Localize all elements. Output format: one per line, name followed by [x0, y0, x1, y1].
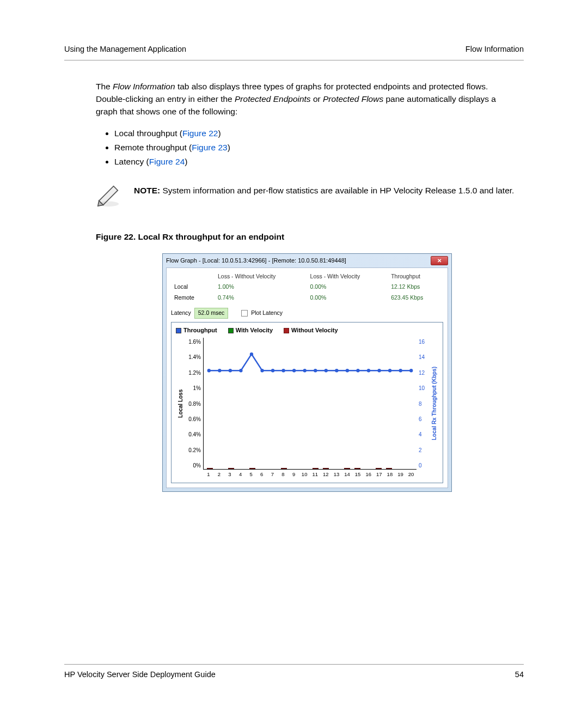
- chart-legend: Throughput With Velocity Without Velocit…: [176, 326, 438, 335]
- plot: Local Loss 1.6%1.4%1.2%1%0.8%0.6%0.4%0.2…: [176, 338, 438, 470]
- figure-caption: Figure 22. Local Rx throughput for an en…: [96, 230, 518, 243]
- svg-point-17: [377, 369, 381, 372]
- list-item: Local throughput (Figure 22): [114, 127, 518, 139]
- svg-point-12: [324, 369, 328, 372]
- svg-point-11: [314, 369, 317, 372]
- y-axis-left: 1.6%1.4%1.2%1%0.8%0.6%0.4%0.2%0%: [185, 338, 203, 470]
- note-icon: [96, 183, 121, 212]
- svg-point-3: [229, 369, 232, 372]
- svg-point-8: [281, 369, 285, 372]
- y-axis-right-label: Local Rx Throughput (Kbps): [430, 338, 438, 470]
- list-item: Latency (Figure 24): [114, 155, 518, 168]
- flow-graph-window: Flow Graph - [Local: 10.0.51.3:42966] - …: [162, 253, 452, 492]
- svg-point-0: [98, 202, 119, 207]
- content-area: The Flow Information tab also displays t…: [64, 80, 524, 492]
- plot-latency-label: Plot Latency: [251, 309, 283, 318]
- svg-point-14: [346, 369, 349, 372]
- header-left: Using the Management Application: [64, 44, 186, 56]
- flow-info-em: Flow Information: [113, 82, 175, 91]
- figure-wrap: Flow Graph - [Local: 10.0.51.3:42966] - …: [96, 253, 518, 492]
- svg-point-15: [356, 369, 359, 372]
- note-block: NOTE: System information and per-flow st…: [96, 183, 518, 212]
- latency-row: Latency 52.0 msec Plot Latency: [171, 307, 443, 322]
- chart-box: Throughput With Velocity Without Velocit…: [171, 322, 443, 484]
- svg-point-18: [388, 369, 391, 372]
- footer-title: HP Velocity Server Side Deployment Guide: [64, 669, 216, 681]
- svg-point-5: [250, 352, 253, 356]
- figure-link-22[interactable]: Figure 22: [182, 129, 218, 138]
- latency-value: 52.0 msec: [194, 308, 228, 319]
- with-velocity-swatch: [228, 328, 234, 333]
- svg-point-6: [260, 369, 264, 372]
- svg-point-7: [271, 369, 274, 372]
- svg-point-19: [399, 369, 402, 372]
- list-item: Remote throughput (Figure 23): [114, 141, 518, 154]
- close-button[interactable]: ✕: [431, 256, 448, 265]
- without-velocity-swatch: [284, 328, 289, 333]
- svg-point-9: [292, 369, 296, 372]
- titlebar: Flow Graph - [Local: 10.0.51.3:42966] - …: [163, 254, 451, 267]
- svg-point-1: [207, 369, 211, 372]
- bullet-list: Local throughput (Figure 22) Remote thro…: [96, 127, 518, 168]
- page-header: Using the Management Application Flow In…: [64, 44, 524, 60]
- throughput-swatch: [176, 328, 181, 333]
- svg-point-10: [303, 369, 307, 372]
- figure-link-24[interactable]: Figure 24: [149, 157, 185, 166]
- window-title: Flow Graph - [Local: 10.0.51.3:42966] - …: [166, 256, 346, 265]
- note-text: NOTE: System information and per-flow st…: [134, 183, 514, 197]
- svg-point-2: [218, 369, 221, 372]
- svg-point-4: [239, 369, 242, 372]
- protected-endpoints-em: Protected Endpoints: [235, 94, 311, 104]
- header-right: Flow Information: [465, 44, 524, 56]
- plot-area: [203, 338, 416, 470]
- page-footer: HP Velocity Server Side Deployment Guide…: [64, 664, 524, 681]
- plot-latency-checkbox[interactable]: [241, 310, 248, 317]
- table-row: Local 1.00% 0.00% 12.12 Kbps: [171, 282, 443, 293]
- svg-point-13: [335, 369, 338, 372]
- y-axis-left-label: Local Loss: [176, 338, 185, 470]
- table-row: Remote 0.74% 0.00% 623.45 Kbps: [171, 293, 443, 303]
- svg-point-20: [409, 369, 413, 372]
- intro-paragraph: The Flow Information tab also displays t…: [96, 80, 518, 118]
- y-axis-right: 1614121086420: [416, 338, 430, 470]
- protected-flows-em: Protected Flows: [323, 94, 383, 104]
- stats-table: Loss - Without Velocity Loss - With Velo…: [171, 271, 443, 303]
- page-number: 54: [515, 669, 524, 681]
- svg-point-16: [367, 369, 370, 372]
- figure-link-23[interactable]: Figure 23: [192, 143, 227, 152]
- stats-panel: Loss - Without Velocity Loss - With Velo…: [166, 267, 448, 489]
- x-axis: 1234567891011121314151617181920: [203, 470, 416, 478]
